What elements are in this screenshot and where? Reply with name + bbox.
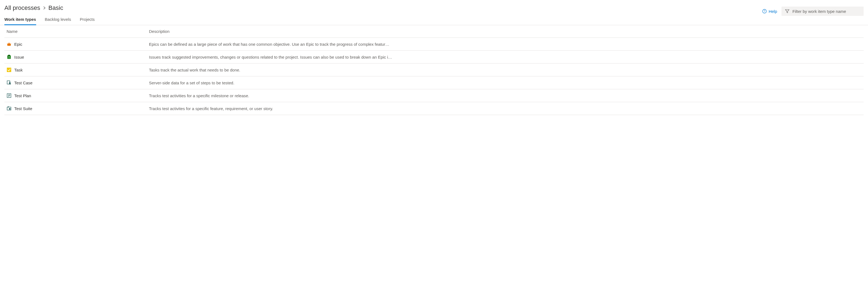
work-item-description: Tasks track the actual work that needs t… xyxy=(149,68,861,72)
help-icon: ? xyxy=(762,9,767,14)
check-box-icon xyxy=(7,67,11,72)
work-item-name: Task xyxy=(14,68,23,72)
work-item-name: Test Plan xyxy=(14,93,31,98)
svg-rect-13 xyxy=(8,107,9,108)
breadcrumb-current: Basic xyxy=(49,4,63,11)
work-item-description: Issues track suggested improvements, cha… xyxy=(149,55,861,59)
work-item-name: Test Case xyxy=(14,81,33,85)
table-row[interactable]: Task Tasks track the actual work that ne… xyxy=(4,64,864,77)
table-row[interactable]: Test Suite Tracks test activites for a s… xyxy=(4,102,864,115)
breadcrumb: All processes Basic xyxy=(4,4,63,11)
tab-projects[interactable]: Projects xyxy=(80,16,94,25)
table-row[interactable]: Test Plan Tracks test activities for a s… xyxy=(4,89,864,102)
crown-icon xyxy=(7,42,11,47)
filter-icon xyxy=(785,9,790,14)
work-item-types-table: Name Description Epic Epics can be defin… xyxy=(0,25,868,115)
filter-input[interactable] xyxy=(793,9,860,14)
svg-rect-3 xyxy=(8,55,10,56)
filter-box[interactable] xyxy=(781,7,864,16)
work-item-description: Epics can be defined as a large piece of… xyxy=(149,42,861,47)
svg-rect-14 xyxy=(9,108,10,110)
svg-rect-4 xyxy=(9,56,9,58)
help-label: Help xyxy=(769,9,777,14)
tab-backlog-levels[interactable]: Backlog levels xyxy=(45,16,71,25)
test-plan-icon xyxy=(7,93,11,98)
tabs: Work item types Backlog levels Projects xyxy=(0,16,868,25)
table-row[interactable]: Test Case Server-side data for a set of … xyxy=(4,77,864,89)
work-item-description: Server-side data for a set of steps to b… xyxy=(149,81,861,85)
work-item-description: Tracks test activites for a specific fea… xyxy=(149,106,861,111)
table-header: Name Description xyxy=(4,25,864,38)
table-row[interactable]: Issue Issues track suggested improvement… xyxy=(4,51,864,64)
work-item-name: Test Suite xyxy=(14,106,32,111)
svg-rect-6 xyxy=(7,68,11,72)
clipboard-icon xyxy=(7,55,11,59)
svg-text:?: ? xyxy=(764,10,765,13)
chevron-right-icon xyxy=(43,7,46,9)
breadcrumb-parent-link[interactable]: All processes xyxy=(4,4,40,11)
column-header-name[interactable]: Name xyxy=(7,29,149,34)
column-header-description[interactable]: Description xyxy=(149,29,861,34)
tab-work-item-types[interactable]: Work item types xyxy=(4,16,36,25)
test-case-icon xyxy=(7,80,11,85)
svg-rect-5 xyxy=(9,58,9,59)
help-link[interactable]: ? Help xyxy=(762,9,777,14)
work-item-name: Epic xyxy=(14,42,22,47)
work-item-name: Issue xyxy=(14,55,24,59)
work-item-description: Tracks test activities for a specific mi… xyxy=(149,93,861,98)
table-row[interactable]: Epic Epics can be defined as a large pie… xyxy=(4,38,864,51)
test-suite-icon xyxy=(7,106,11,111)
